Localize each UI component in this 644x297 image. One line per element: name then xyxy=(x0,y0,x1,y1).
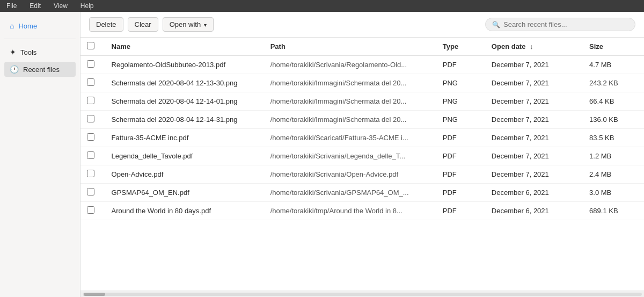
table-row: Fattura-35-ACME inc.pdf /home/torakiki/S… xyxy=(80,129,644,147)
row-name: Regolamento-OldSubbuteo-2013.pdf xyxy=(105,56,264,74)
tools-icon: ✦ xyxy=(10,48,16,56)
row-type: PDF xyxy=(436,129,485,147)
row-type: PDF xyxy=(436,147,485,165)
table-row: Open-Advice.pdf /home/torakiki/Scrivania… xyxy=(80,165,644,184)
menu-file[interactable]: File xyxy=(4,1,19,11)
row-date: December 7, 2021 xyxy=(485,56,583,74)
row-name: Schermata del 2020-08-04 12-14-01.png xyxy=(105,92,264,111)
row-size: 4.7 MB xyxy=(583,56,644,74)
header-path-label: Path xyxy=(270,42,286,50)
row-checkbox-7[interactable] xyxy=(87,188,94,195)
row-path: /home/torakiki/Immagini/Schermata del 20… xyxy=(264,111,436,129)
row-type: PNG xyxy=(436,111,485,129)
menu-view[interactable]: View xyxy=(52,1,70,11)
row-type: PDF xyxy=(436,165,485,184)
row-name: Schermata del 2020-08-04 12-13-30.png xyxy=(105,74,264,92)
row-name: Open-Advice.pdf xyxy=(105,165,264,184)
sort-arrow-icon: ↓ xyxy=(530,42,533,50)
row-size: 1.2 MB xyxy=(583,147,644,165)
row-date: December 7, 2021 xyxy=(485,74,583,92)
row-name: Fattura-35-ACME inc.pdf xyxy=(105,129,264,147)
search-box: 🔍 xyxy=(485,18,635,31)
header-type-label: Type xyxy=(443,42,458,50)
row-type: PDF xyxy=(436,56,485,74)
header-name[interactable]: Name xyxy=(105,38,264,56)
table-row: Around the World in 80 days.pdf /home/to… xyxy=(80,202,644,220)
home-icon: ⌂ xyxy=(10,21,14,30)
menu-edit[interactable]: Edit xyxy=(27,1,43,11)
table-row: Regolamento-OldSubbuteo-2013.pdf /home/t… xyxy=(80,56,644,74)
recent-icon: 🕐 xyxy=(10,65,19,74)
files-list: Name Path Type Open date ↓ xyxy=(80,38,644,220)
open-with-button[interactable]: Open with ▾ xyxy=(163,17,214,32)
row-checkbox-5[interactable] xyxy=(87,151,94,159)
table-row: GPSMAP64_OM_EN.pdf /home/torakiki/Scriva… xyxy=(80,184,644,202)
menu-help[interactable]: Help xyxy=(78,1,96,11)
row-checkbox-cell xyxy=(80,184,105,202)
header-type[interactable]: Type xyxy=(436,38,485,56)
sidebar-item-recent[interactable]: 🕐 Recent files xyxy=(4,62,76,77)
sidebar-item-home[interactable]: ⌂ Home xyxy=(4,18,76,33)
row-date: December 6, 2021 xyxy=(485,202,583,220)
search-input[interactable] xyxy=(503,20,628,28)
header-size-label: Size xyxy=(589,42,603,50)
row-type: PNG xyxy=(436,92,485,111)
row-checkbox-6[interactable] xyxy=(87,170,94,177)
table-row: Schermata del 2020-08-04 12-13-30.png /h… xyxy=(80,74,644,92)
row-name: Around the World in 80 days.pdf xyxy=(105,202,264,220)
row-checkbox-0[interactable] xyxy=(87,60,94,68)
open-with-label: Open with xyxy=(170,20,201,28)
search-icon: 🔍 xyxy=(492,21,500,28)
row-checkbox-4[interactable] xyxy=(87,133,94,141)
sidebar-recent-label: Recent files xyxy=(23,66,60,74)
row-checkbox-8[interactable] xyxy=(87,206,94,214)
row-checkbox-cell xyxy=(80,74,105,92)
row-date: December 7, 2021 xyxy=(485,165,583,184)
row-checkbox-3[interactable] xyxy=(87,115,94,122)
row-size: 66.4 KB xyxy=(583,92,644,111)
row-date: December 7, 2021 xyxy=(485,111,583,129)
row-name: Schermata del 2020-08-04 12-14-31.png xyxy=(105,111,264,129)
row-type: PDF xyxy=(436,184,485,202)
toolbar: Delete Clear Open with ▾ 🔍 xyxy=(80,12,644,38)
dropdown-arrow-icon: ▾ xyxy=(204,22,207,28)
row-date: December 7, 2021 xyxy=(485,129,583,147)
table-row: Schermata del 2020-08-04 12-14-31.png /h… xyxy=(80,111,644,129)
row-type: PDF xyxy=(436,202,485,220)
row-checkbox-cell xyxy=(80,92,105,111)
sidebar-item-tools[interactable]: ✦ Tools xyxy=(4,45,76,60)
row-size: 3.0 MB xyxy=(583,184,644,202)
row-checkbox-cell xyxy=(80,165,105,184)
delete-button[interactable]: Delete xyxy=(89,17,123,32)
menubar: File Edit View Help xyxy=(0,0,644,12)
row-path: /home/torakiki/Scrivania/Regolamento-Old… xyxy=(264,56,436,74)
file-table[interactable]: Name Path Type Open date ↓ xyxy=(80,38,644,291)
content-area: Delete Clear Open with ▾ 🔍 xyxy=(80,12,644,297)
row-checkbox-1[interactable] xyxy=(87,78,94,86)
clear-button[interactable]: Clear xyxy=(128,17,158,32)
header-size[interactable]: Size xyxy=(583,38,644,56)
row-type: PNG xyxy=(436,74,485,92)
row-name: Legenda_delle_Tavole.pdf xyxy=(105,147,264,165)
row-size: 689.1 KB xyxy=(583,202,644,220)
scrollbar-thumb[interactable] xyxy=(84,293,105,296)
scrollbar-track xyxy=(83,293,642,296)
table-header-row: Name Path Type Open date ↓ xyxy=(80,38,644,56)
row-checkbox-cell xyxy=(80,111,105,129)
row-checkbox-2[interactable] xyxy=(87,97,94,104)
row-name: GPSMAP64_OM_EN.pdf xyxy=(105,184,264,202)
header-path[interactable]: Path xyxy=(264,38,436,56)
horizontal-scrollbar[interactable] xyxy=(80,291,644,297)
row-checkbox-cell xyxy=(80,56,105,74)
header-name-label: Name xyxy=(112,42,130,50)
row-size: 83.5 KB xyxy=(583,129,644,147)
header-open-date[interactable]: Open date ↓ xyxy=(485,38,583,56)
select-all-checkbox[interactable] xyxy=(87,42,94,49)
row-date: December 7, 2021 xyxy=(485,147,583,165)
header-date-label: Open date xyxy=(492,42,526,50)
row-path: /home/torakiki/Immagini/Schermata del 20… xyxy=(264,92,436,111)
row-path: /home/torakiki/Scrivania/Open-Advice.pdf xyxy=(264,165,436,184)
row-date: December 7, 2021 xyxy=(485,92,583,111)
header-checkbox-cell xyxy=(80,38,105,56)
sidebar-tools-label: Tools xyxy=(20,48,36,56)
